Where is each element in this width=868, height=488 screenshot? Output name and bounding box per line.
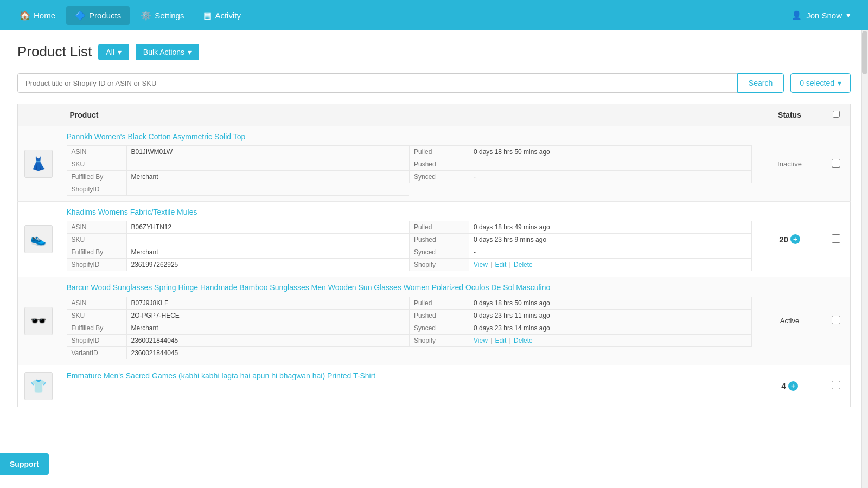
- meta-value: 0 days 18 hrs 49 mins ago: [469, 221, 751, 233]
- search-input-wrap: Search: [17, 73, 784, 93]
- product-status-cell: Inactive: [757, 126, 822, 202]
- status-plus-icon[interactable]: +: [788, 381, 798, 391]
- page-title: Product List: [17, 43, 92, 60]
- navbar: 🏠 Home 🔷 Products ⚙️ Settings ▦ Activity…: [0, 0, 868, 30]
- meta-row: Synced-: [409, 170, 752, 183]
- meta-label: Pulled: [410, 297, 469, 309]
- meta-value: 0 days 23 hrs 14 mins ago: [469, 322, 751, 334]
- nav-item-activity[interactable]: ▦ Activity: [195, 6, 250, 25]
- product-image-cell: 👕: [18, 365, 61, 407]
- product-name[interactable]: Pannkh Women's Black Cotton Asymmetric S…: [67, 132, 752, 142]
- col-header-checkbox: [822, 104, 851, 126]
- meta-value[interactable]: View | Edit | Delete: [469, 335, 751, 346]
- meta-link-edit[interactable]: Edit: [495, 337, 507, 344]
- meta-value: Merchant: [127, 322, 409, 334]
- product-checkbox-cell: [822, 365, 851, 407]
- meta-row: ASINB06ZYHTN12: [67, 221, 410, 234]
- meta-value: B01JIWM01W: [127, 146, 409, 158]
- nav-label-home: Home: [34, 11, 55, 20]
- meta-left: ASINB07J9J8KLFSKU2O-PGP7-HECEFulfilled B…: [67, 297, 410, 359]
- meta-separator: |: [507, 261, 513, 268]
- meta-left: ASINB06ZYHTN12SKUFulfilled ByMerchantSho…: [67, 221, 410, 271]
- product-select-checkbox[interactable]: [832, 381, 840, 389]
- scrollbar[interactable]: [861, 30, 868, 488]
- meta-link-view[interactable]: View: [474, 261, 488, 268]
- meta-grid: ASINB07J9J8KLFSKU2O-PGP7-HECEFulfilled B…: [67, 297, 752, 359]
- meta-label: Pulled: [410, 146, 469, 158]
- scrollbar-thumb[interactable]: [862, 31, 867, 74]
- meta-row: SKU: [67, 233, 410, 246]
- meta-label: Synced: [410, 171, 469, 183]
- meta-row: Pushed0 days 23 hrs 11 mins ago: [409, 309, 752, 322]
- nav-item-products[interactable]: 🔷 Products: [66, 6, 130, 25]
- meta-row: Fulfilled ByMerchant: [67, 246, 410, 259]
- meta-link-edit[interactable]: Edit: [495, 261, 507, 268]
- nav-item-home[interactable]: 🏠 Home: [11, 6, 64, 25]
- meta-label: SKU: [67, 234, 127, 246]
- all-filter-button[interactable]: All ▾: [98, 44, 129, 60]
- main-content: Product List All ▾ Bulk Actions ▾ Search…: [0, 30, 868, 488]
- settings-icon: ⚙️: [141, 10, 151, 21]
- meta-row: Synced-: [409, 246, 752, 259]
- meta-row: SKU2O-PGP7-HECE: [67, 309, 410, 322]
- meta-label: Synced: [410, 246, 469, 258]
- meta-separator: |: [507, 337, 513, 344]
- meta-link-view[interactable]: View: [474, 337, 488, 344]
- meta-label: ShopifyID: [67, 183, 127, 195]
- meta-value: 0 days 18 hrs 50 mins ago: [469, 297, 751, 309]
- product-select-checkbox[interactable]: [832, 159, 840, 168]
- meta-value: 2360021844045: [127, 347, 409, 359]
- product-checkbox-cell: [822, 277, 851, 365]
- meta-label: Shopify: [410, 335, 469, 346]
- meta-row: Pulled0 days 18 hrs 49 mins ago: [409, 221, 752, 234]
- product-status-cell: Active: [757, 277, 822, 365]
- support-button[interactable]: Support: [0, 453, 49, 475]
- page-header: Product List All ▾ Bulk Actions ▾: [17, 43, 851, 60]
- meta-row: SKU: [67, 158, 410, 171]
- product-name[interactable]: Emmature Men's Sacred Games (kabhi kabhi…: [67, 371, 752, 381]
- product-name[interactable]: Khadims Womens Fabric/Textile Mules: [67, 207, 752, 217]
- bulk-actions-button[interactable]: Bulk Actions ▾: [136, 44, 199, 60]
- product-name[interactable]: Barcur Wood Sunglasses Spring Hinge Hand…: [67, 282, 752, 292]
- product-thumbnail: 🕶️: [24, 307, 53, 335]
- meta-value: [127, 234, 409, 246]
- meta-link-delete[interactable]: Delete: [514, 337, 533, 344]
- meta-value: [469, 158, 751, 170]
- meta-row: ShopifyView | Edit | Delete: [409, 334, 752, 347]
- meta-value: [127, 183, 409, 195]
- status-plus-icon[interactable]: +: [790, 234, 800, 244]
- product-select-checkbox[interactable]: [832, 316, 840, 324]
- search-button[interactable]: Search: [737, 73, 784, 93]
- meta-grid: ASINB01JIWM01WSKUFulfilled ByMerchantSho…: [67, 146, 752, 196]
- table-row: 👟Khadims Womens Fabric/Textile MulesASIN…: [18, 202, 851, 277]
- meta-value: 0 days 23 hrs 11 mins ago: [469, 310, 751, 322]
- product-thumbnail: 👟: [24, 225, 53, 253]
- nav-item-settings[interactable]: ⚙️ Settings: [132, 6, 193, 25]
- meta-value[interactable]: View | Edit | Delete: [469, 259, 751, 271]
- meta-value: Merchant: [127, 246, 409, 258]
- meta-label: Pushed: [410, 310, 469, 322]
- product-image-cell: 🕶️: [18, 277, 61, 365]
- nav-user[interactable]: 👤 Jon Snow ▾: [785, 6, 857, 24]
- product-thumbnail: 👕: [24, 372, 53, 400]
- meta-label: ASIN: [67, 221, 127, 233]
- meta-row: Fulfilled ByMerchant: [67, 322, 410, 335]
- product-detail-cell: Barcur Wood Sunglasses Spring Hinge Hand…: [61, 277, 757, 365]
- meta-right: Pulled0 days 18 hrs 50 mins agoPushedSyn…: [409, 146, 752, 196]
- select-all-checkbox[interactable]: [833, 111, 840, 118]
- selected-button[interactable]: 0 selected ▾: [790, 73, 851, 93]
- meta-row: ShopifyID2361997262925: [67, 258, 410, 271]
- meta-label: ASIN: [67, 297, 127, 309]
- nav-label-products: Products: [89, 11, 121, 20]
- col-header-product: Product: [61, 104, 757, 126]
- meta-value: 0 days 18 hrs 50 mins ago: [469, 146, 751, 158]
- meta-value: -: [469, 171, 751, 183]
- product-detail-cell: Pannkh Women's Black Cotton Asymmetric S…: [61, 126, 757, 202]
- meta-label: Pushed: [410, 234, 469, 246]
- meta-link-delete[interactable]: Delete: [514, 261, 533, 268]
- meta-label: Synced: [410, 322, 469, 334]
- search-input[interactable]: [17, 73, 737, 93]
- product-select-checkbox[interactable]: [832, 234, 840, 243]
- product-detail-cell: Khadims Womens Fabric/Textile MulesASINB…: [61, 202, 757, 277]
- meta-value: 2360021844045: [127, 335, 409, 346]
